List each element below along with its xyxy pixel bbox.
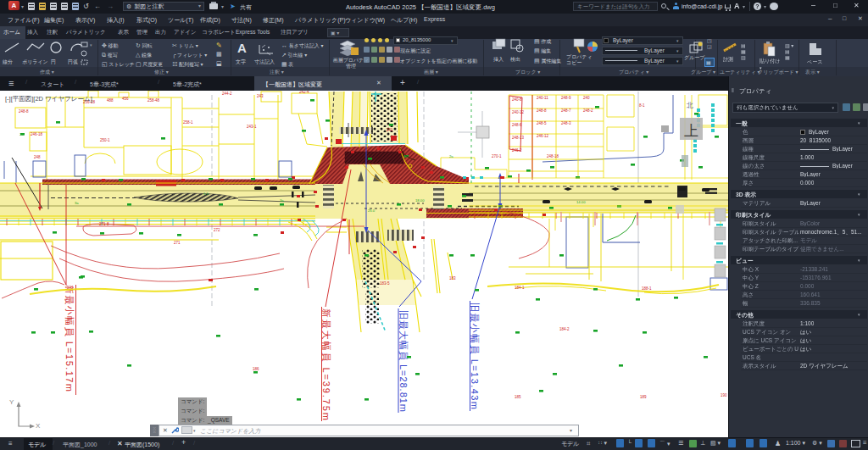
svg-text:240: 240: [583, 96, 590, 100]
svg-text:241: 241: [387, 128, 393, 132]
svg-text:270-1: 270-1: [492, 154, 502, 158]
svg-text:246-2: 246-2: [512, 148, 522, 153]
svg-text:北: 北: [686, 102, 693, 109]
svg-text:240-11: 240-11: [537, 96, 548, 100]
svg-text:456: 456: [122, 97, 129, 101]
svg-text:242-4: 242-4: [299, 91, 309, 94]
svg-text:248-6: 248-6: [512, 123, 522, 127]
svg-text:184-1: 184-1: [515, 286, 525, 290]
svg-text:185: 185: [515, 395, 521, 399]
svg-text:[-][平面図][2D ワイヤフレーム]: [-][平面図][2D ワイヤフレーム]: [5, 95, 92, 103]
svg-text:新最小幅員 L=15.17m: 新最小幅員 L=15.17m: [64, 285, 75, 392]
svg-text:14.00: 14.00: [576, 200, 586, 204]
svg-text:184-2: 184-2: [559, 327, 570, 331]
svg-text:189: 189: [640, 395, 647, 399]
svg-text:3a: 3a: [280, 198, 284, 203]
svg-text:488: 488: [107, 98, 114, 103]
svg-text:248-8: 248-8: [19, 109, 29, 114]
svg-text:186: 186: [253, 367, 259, 371]
svg-text:6.5: 6.5: [203, 192, 209, 196]
svg-text:248-5: 248-5: [537, 121, 547, 125]
svg-text:Y: Y: [9, 398, 14, 406]
svg-text:243: 243: [257, 94, 264, 98]
svg-text:2a: 2a: [19, 132, 24, 136]
svg-text:248-3: 248-3: [561, 121, 571, 125]
svg-text:246-18: 246-18: [31, 132, 43, 136]
svg-text:243-1: 243-1: [247, 125, 257, 129]
svg-text:上: 上: [684, 123, 698, 139]
svg-text:8-1: 8-1: [639, 103, 645, 108]
svg-text:248: 248: [34, 155, 41, 159]
svg-text:258-1: 258-1: [183, 120, 193, 125]
svg-text:183-5: 183-5: [380, 281, 390, 286]
svg-text:旧最大幅員 L=28.81m: 旧最大幅員 L=28.81m: [398, 310, 409, 412]
svg-text:X: X: [36, 422, 41, 430]
svg-text:2a: 2a: [449, 154, 453, 158]
svg-text:250-1: 250-1: [100, 138, 110, 142]
svg-text:240-12: 240-12: [512, 110, 525, 114]
svg-text:248-18: 248-18: [547, 154, 559, 158]
svg-text:25.0: 25.0: [368, 208, 376, 213]
svg-text:248-9: 248-9: [561, 96, 571, 100]
svg-text:248-13: 248-13: [512, 136, 525, 140]
svg-text:18.00: 18.00: [415, 198, 425, 203]
svg-text:240-8: 240-8: [512, 97, 522, 102]
svg-text:248-8: 248-8: [537, 108, 547, 113]
svg-text:188-1: 188-1: [642, 286, 652, 291]
svg-text:新最大幅員 L=39.75m: 新最大幅員 L=39.75m: [321, 308, 331, 420]
svg-text:旧最小幅員 L=13.43m: 旧最小幅員 L=13.43m: [470, 303, 480, 409]
svg-text:248-7: 248-7: [561, 108, 571, 113]
svg-text:271-8: 271-8: [99, 222, 109, 226]
svg-text:183: 183: [449, 276, 456, 281]
svg-text:3a: 3a: [75, 201, 79, 205]
svg-text:271: 271: [174, 241, 181, 245]
svg-text:246-12: 246-12: [537, 134, 549, 138]
svg-text:272: 272: [214, 228, 220, 232]
svg-text:258-48: 258-48: [147, 98, 160, 103]
svg-text:244-2: 244-2: [222, 92, 232, 96]
svg-text:190: 190: [721, 393, 727, 397]
svg-text:248-2: 248-2: [583, 108, 593, 113]
